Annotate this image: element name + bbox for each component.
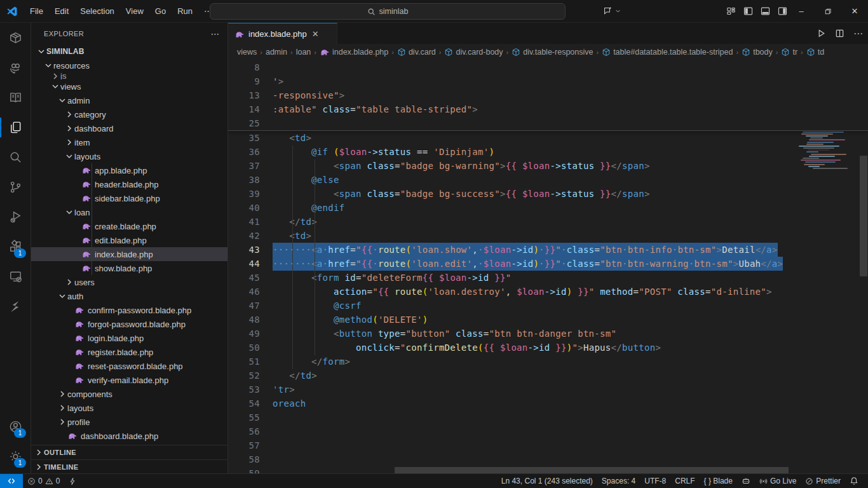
activity-search-icon[interactable]	[0, 142, 31, 172]
breadcrumb-div-table-responsive[interactable]: div.table-responsive	[512, 48, 593, 57]
activity-settings-gear-icon[interactable]: 1	[0, 442, 31, 471]
code-line-55[interactable]: 55	[228, 410, 868, 424]
code-line-35[interactable]: 35 <td>	[228, 131, 868, 145]
tree-item-reset-password.blade.php[interactable]: reset-password.blade.php	[31, 359, 227, 373]
code-line-48[interactable]: 48 @method('DELETE')	[228, 313, 868, 327]
status-bell-icon[interactable]	[845, 474, 863, 488]
code-line-53[interactable]: 53'tr>	[228, 383, 868, 396]
tree-item-views[interactable]: views	[31, 79, 227, 93]
tree-item-profile[interactable]: profile	[31, 415, 227, 429]
section-outline[interactable]: OUTLINE	[31, 445, 227, 459]
activity-extensions-icon[interactable]: 1	[0, 232, 31, 262]
code-line-44[interactable]: 44·······<a·href="{{·route('loan.edit',·…	[228, 257, 868, 271]
lightning-status-icon[interactable]	[64, 474, 81, 488]
tree-item-admin[interactable]: admin	[31, 93, 227, 107]
tree-item-create.blade.php[interactable]: create.blade.php	[31, 219, 227, 233]
tree-item-confirm-password.blade.php[interactable]: confirm-password.blade.php	[31, 303, 227, 317]
problems-status[interactable]: 0 0	[23, 474, 64, 488]
breadcrumb-tbody[interactable]: tbody	[742, 48, 773, 57]
activity-monkey-icon[interactable]	[0, 53, 31, 83]
tree-item-verify-email.blade.php[interactable]: verify-email.blade.php	[31, 373, 227, 387]
toggle-sidebar-icon[interactable]	[743, 6, 754, 17]
tree-item-item[interactable]: item	[31, 135, 227, 149]
code-line-43[interactable]: 43·······<a·href="{{·route('loan.show',·…	[228, 243, 868, 257]
status-go-live[interactable]: Go Live	[755, 474, 801, 488]
status-copilot-icon[interactable]	[737, 474, 755, 488]
code-line-47[interactable]: 47 @csrf	[228, 299, 868, 313]
breadcrumb-div-card-body[interactable]: div.card-body	[444, 48, 503, 57]
code-line-42[interactable]: 42 <td>	[228, 229, 868, 243]
code-line-9[interactable]: 9'>	[228, 74, 868, 88]
tree-item-components[interactable]: components	[31, 387, 227, 401]
breadcrumb-index-blade-php[interactable]: index.blade.php	[320, 47, 388, 57]
breadcrumb-loan[interactable]: loan	[296, 48, 311, 57]
status-spaces--4[interactable]: Spaces: 4	[597, 474, 640, 488]
tree-item-register.blade.php[interactable]: register.blade.php	[31, 345, 227, 359]
code-line-25[interactable]: 25	[228, 116, 868, 130]
code-line-52[interactable]: 52 </td>	[228, 369, 868, 383]
menu-view[interactable]: View	[120, 4, 149, 19]
tree-item-category[interactable]: category	[31, 107, 227, 121]
status-utf-8[interactable]: UTF-8	[640, 474, 670, 488]
section-timeline[interactable]: TIMELINE	[31, 459, 227, 474]
code-line-38[interactable]: 38 @else	[228, 173, 868, 187]
editor-more-actions-icon[interactable]: ⋯	[853, 28, 863, 39]
tree-item-users[interactable]: users	[31, 275, 227, 289]
status-ln-43--col-1--243-selected-[interactable]: Ln 43, Col 1 (243 selected)	[497, 474, 597, 488]
tree-item-login.blade.php[interactable]: login.blade.php	[31, 331, 227, 345]
minimize-button[interactable]: –	[788, 0, 815, 22]
toggle-panel-icon[interactable]	[760, 6, 771, 17]
tree-item-sidebar.blade.php[interactable]: sidebar.blade.php	[31, 191, 227, 205]
tree-item-loan[interactable]: loan	[31, 205, 227, 219]
menu-edit[interactable]: Edit	[49, 4, 74, 19]
menu-go[interactable]: Go	[149, 4, 172, 19]
breadcrumb-tr[interactable]: tr	[781, 48, 797, 57]
code-line-41[interactable]: 41 </td>	[228, 215, 868, 229]
code-line-37[interactable]: 37 <span class="badge bg-warning">{{ $lo…	[228, 159, 868, 173]
close-button[interactable]: ✕	[841, 0, 868, 22]
code-line-56[interactable]: 56	[228, 424, 868, 438]
menu-run[interactable]: Run	[172, 4, 198, 19]
code-line-36[interactable]: 36 @if ($loan->status == 'Dipinjam')	[228, 145, 868, 159]
code-line-50[interactable]: 50 onclick="confirmDelete({{ $loan->id }…	[228, 341, 868, 355]
code-line-58[interactable]: 58	[228, 452, 868, 466]
vertical-scrollbar[interactable]	[860, 156, 867, 276]
activity-remote-explorer-icon[interactable]	[0, 262, 31, 292]
code-line-51[interactable]: 51 </form>	[228, 355, 868, 369]
code-area[interactable]: 89'>13-responsive">14:atable" class="tab…	[228, 60, 868, 474]
command-center-search[interactable]: siminlab	[210, 3, 566, 20]
customize-layout-icon[interactable]	[726, 6, 736, 17]
code-line-46[interactable]: 46 action="{{ route('loan.destroy', $loa…	[228, 285, 868, 299]
breadcrumb-admin[interactable]: admin	[266, 48, 287, 57]
code-line-13[interactable]: 13-responsive">	[228, 88, 868, 102]
tree-item-forgot-password.blade.php[interactable]: forgot-password.blade.php	[31, 317, 227, 331]
remote-indicator[interactable]	[0, 474, 23, 488]
activity-package-icon[interactable]	[0, 23, 31, 53]
breadcrumb-views[interactable]: views	[237, 48, 257, 57]
code-line-14[interactable]: 14:atable" class="table table-striped">	[228, 102, 868, 116]
tab-close-icon[interactable]: ✕	[312, 29, 319, 39]
code-line-57[interactable]: 57	[228, 438, 868, 452]
activity-s-logo-icon[interactable]	[0, 292, 31, 322]
tree-item-layouts[interactable]: layouts	[31, 149, 227, 163]
horizontal-scrollbar[interactable]	[395, 467, 789, 473]
breadcrumb-td[interactable]: td	[806, 48, 824, 57]
explorer-more-actions-icon[interactable]: ⋯	[211, 29, 220, 39]
status-crlf[interactable]: CRLF	[670, 474, 699, 488]
split-editor-icon[interactable]	[835, 29, 844, 38]
activity-accounts-icon[interactable]: 1	[0, 412, 31, 442]
tree-item-index.blade.php[interactable]: index.blade.php	[31, 247, 227, 261]
code-line-45[interactable]: 45 <form id="deleteForm{{ $loan->id }}"	[228, 271, 868, 285]
tree-item-siminlab[interactable]: SIMINLAB	[31, 44, 227, 58]
tree-item-layouts[interactable]: layouts	[31, 401, 227, 415]
status-prettier[interactable]: Prettier	[801, 474, 845, 488]
breadcrumb-div-card[interactable]: div.card	[397, 48, 436, 57]
tree-item-app.blade.php[interactable]: app.blade.php	[31, 163, 227, 177]
tree-item-edit.blade.php[interactable]: edit.blade.php	[31, 233, 227, 247]
tree-item-dashboard.blade.php[interactable]: dashboard.blade.php	[31, 429, 227, 443]
restore-button[interactable]	[815, 0, 841, 22]
code-line-40[interactable]: 40 @endif	[228, 201, 868, 215]
tree-item-auth[interactable]: auth	[31, 289, 227, 303]
tree-item-resources[interactable]: resources	[31, 58, 227, 72]
tab-index-blade-php[interactable]: index.blade.php ✕	[228, 23, 337, 44]
